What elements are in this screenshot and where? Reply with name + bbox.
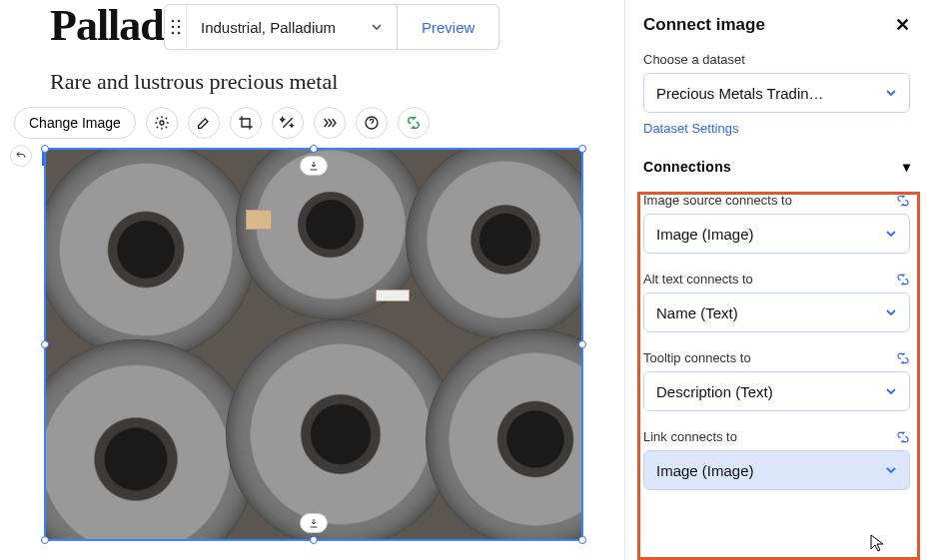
- svg-point-3: [177, 26, 180, 29]
- drag-grip-icon[interactable]: [165, 5, 187, 49]
- floating-element-bar[interactable]: Industrial, Palladium Preview: [164, 4, 499, 50]
- connections-header[interactable]: Connections ▾: [643, 159, 910, 175]
- animation-icon[interactable]: [314, 107, 346, 139]
- caret-down-icon: ▾: [903, 159, 910, 175]
- svg-point-1: [177, 20, 180, 23]
- svg-point-2: [171, 26, 174, 29]
- dataset-settings-link[interactable]: Dataset Settings: [643, 121, 738, 136]
- breadcrumb-text: Industrial, Palladium: [201, 19, 336, 36]
- crop-icon[interactable]: [230, 107, 262, 139]
- tutorial-highlight: [637, 192, 920, 560]
- resize-handle[interactable]: [310, 536, 318, 544]
- dataset-section-label: Choose a dataset: [643, 52, 910, 67]
- magic-wand-icon[interactable]: [272, 107, 304, 139]
- panel-title: Connect image: [643, 15, 765, 35]
- gear-icon[interactable]: [146, 107, 178, 139]
- image-surface: [46, 150, 581, 539]
- resize-handle[interactable]: [41, 536, 49, 544]
- help-icon[interactable]: [356, 107, 388, 139]
- resize-handle[interactable]: [578, 145, 586, 153]
- svg-point-4: [171, 32, 174, 35]
- svg-point-6: [160, 121, 164, 125]
- change-image-button[interactable]: Change Image: [14, 107, 136, 139]
- connections-header-label: Connections: [643, 159, 731, 175]
- editor-canvas: Palladium Industrial, Palladium Preview …: [0, 0, 624, 560]
- resize-handle[interactable]: [578, 340, 586, 348]
- resize-handle[interactable]: [578, 536, 586, 544]
- breadcrumb[interactable]: Industrial, Palladium: [187, 5, 397, 49]
- subtitle-text: Rare and lustrous precious metal: [6, 69, 624, 95]
- dataset-select-value: Precious Metals Tradin…: [656, 85, 824, 102]
- image-toolbar: Change Image: [6, 107, 624, 139]
- selected-image-element[interactable]: [44, 148, 583, 541]
- chevron-down-icon: [885, 87, 897, 99]
- undo-button[interactable]: [10, 145, 32, 167]
- resize-handle[interactable]: [310, 145, 318, 153]
- brush-icon[interactable]: [188, 107, 220, 139]
- connect-data-icon[interactable]: [398, 107, 430, 139]
- svg-point-5: [177, 32, 180, 35]
- preview-button[interactable]: Preview: [397, 5, 498, 49]
- resize-handle[interactable]: [41, 340, 49, 348]
- preview-label: Preview: [422, 19, 474, 36]
- connect-image-panel: Connect image ✕ Choose a dataset Preciou…: [624, 0, 928, 560]
- svg-point-0: [171, 20, 174, 23]
- download-icon[interactable]: [300, 156, 328, 176]
- resize-handle[interactable]: [41, 145, 49, 153]
- dataset-select[interactable]: Precious Metals Tradin…: [643, 73, 910, 113]
- chevron-down-icon: [371, 21, 383, 33]
- close-icon[interactable]: ✕: [895, 14, 910, 36]
- cursor-icon: [870, 534, 886, 552]
- download-icon[interactable]: [300, 513, 328, 533]
